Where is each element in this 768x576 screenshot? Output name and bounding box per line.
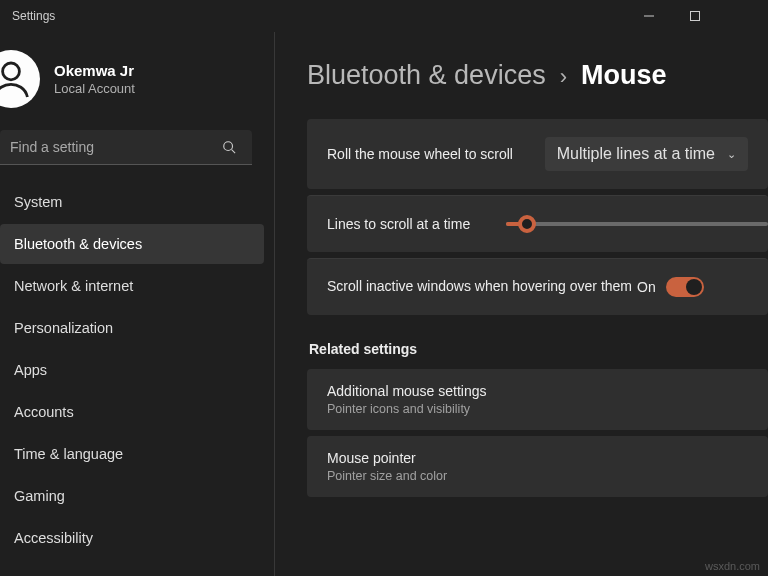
svg-rect-0 (691, 12, 700, 21)
scroll-wheel-dropdown[interactable]: Multiple lines at a time ⌄ (545, 137, 748, 171)
svg-point-1 (3, 63, 20, 80)
main-content: Bluetooth & devices › Mouse Roll the mou… (275, 32, 768, 576)
chevron-right-icon: › (560, 64, 567, 90)
avatar (0, 50, 40, 108)
link-subtitle: Pointer size and color (327, 469, 748, 483)
setting-scroll-wheel[interactable]: Roll the mouse wheel to scroll Multiple … (307, 119, 768, 189)
chevron-down-icon: ⌄ (727, 148, 736, 161)
breadcrumb: Bluetooth & devices › Mouse (307, 60, 768, 91)
window-controls (626, 0, 764, 32)
toggle-state-label: On (637, 279, 656, 295)
sidebar-item-personalization[interactable]: Personalization (0, 308, 264, 348)
title-bar: Settings (0, 0, 768, 32)
setting-label: Scroll inactive windows when hovering ov… (327, 277, 637, 297)
dropdown-value: Multiple lines at a time (557, 145, 715, 163)
sidebar-item-gaming[interactable]: Gaming (0, 476, 264, 516)
setting-scroll-inactive[interactable]: Scroll inactive windows when hovering ov… (307, 258, 768, 315)
nav-list: System Bluetooth & devices Network & int… (0, 175, 274, 559)
minimize-button[interactable] (626, 0, 672, 32)
sidebar-item-system[interactable]: System (0, 182, 264, 222)
toggle-switch[interactable] (666, 277, 704, 297)
sidebar-item-time-language[interactable]: Time & language (0, 434, 264, 474)
sidebar-item-accounts[interactable]: Accounts (0, 392, 264, 432)
link-additional-mouse-settings[interactable]: Additional mouse settings Pointer icons … (307, 369, 768, 430)
user-name: Okemwa Jr (54, 62, 135, 79)
link-title: Mouse pointer (327, 450, 748, 466)
breadcrumb-parent[interactable]: Bluetooth & devices (307, 60, 546, 91)
sidebar-item-apps[interactable]: Apps (0, 350, 264, 390)
maximize-button[interactable] (672, 0, 718, 32)
setting-lines-to-scroll: Lines to scroll at a time (307, 195, 768, 252)
svg-point-2 (224, 142, 233, 151)
setting-label: Roll the mouse wheel to scroll (327, 146, 531, 162)
close-button[interactable] (718, 0, 764, 32)
sidebar-item-bluetooth-devices[interactable]: Bluetooth & devices (0, 224, 264, 264)
setting-label: Lines to scroll at a time (327, 216, 470, 232)
search-wrap (0, 130, 264, 165)
link-subtitle: Pointer icons and visibility (327, 402, 748, 416)
lines-slider[interactable] (506, 222, 768, 226)
window-title: Settings (12, 9, 626, 23)
link-mouse-pointer[interactable]: Mouse pointer Pointer size and color (307, 436, 768, 497)
sidebar-item-accessibility[interactable]: Accessibility (0, 518, 264, 558)
watermark: wsxdn.com (705, 560, 760, 572)
link-title: Additional mouse settings (327, 383, 748, 399)
page-title: Mouse (581, 60, 667, 91)
search-icon (222, 140, 236, 158)
sidebar: Okemwa Jr Local Account System Bluetooth… (0, 32, 275, 576)
slider-thumb[interactable] (518, 215, 536, 233)
sidebar-item-network[interactable]: Network & internet (0, 266, 264, 306)
user-account-type: Local Account (54, 81, 135, 96)
profile-block[interactable]: Okemwa Jr Local Account (0, 32, 274, 130)
related-settings-heading: Related settings (309, 341, 768, 357)
search-input[interactable] (0, 130, 252, 165)
